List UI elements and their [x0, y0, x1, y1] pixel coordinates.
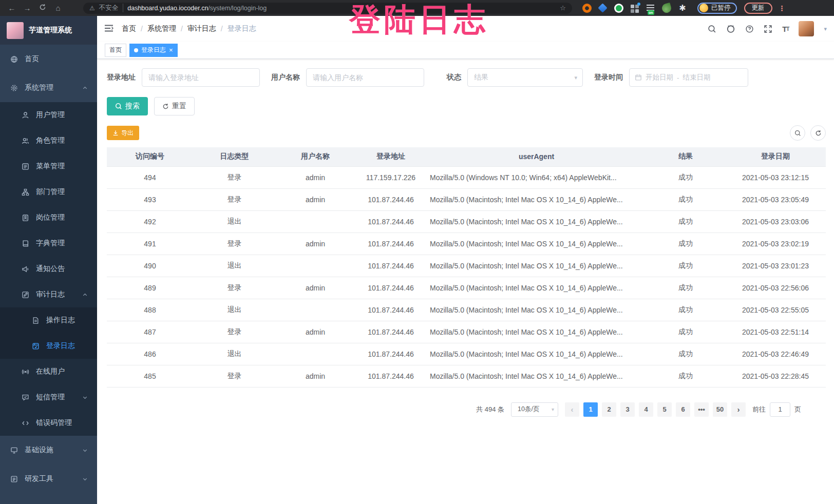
- range-separator: -: [677, 74, 679, 82]
- page-button-5[interactable]: 5: [657, 402, 672, 417]
- tag-login-log[interactable]: 登录日志 ×: [129, 44, 178, 57]
- sidebar-item-label: 通知公告: [36, 264, 65, 274]
- browser-home-icon[interactable]: ⌂: [51, 4, 65, 12]
- browser-reload-icon[interactable]: [36, 4, 49, 12]
- col-result: 结果: [646, 147, 725, 166]
- sidebar-item-infra[interactable]: 基础设施: [0, 436, 97, 464]
- page-button-2[interactable]: 2: [602, 402, 616, 417]
- end-date-placeholder: 结束日期: [683, 73, 711, 82]
- table-row: 485登录admin101.87.244.46Mozilla/5.0 (Maci…: [107, 365, 826, 387]
- avatar-caret-icon[interactable]: ▾: [824, 26, 827, 32]
- status-select[interactable]: 结果 ▾: [467, 68, 583, 87]
- address-input[interactable]: [142, 68, 260, 87]
- browser-forward-icon[interactable]: →: [21, 4, 34, 12]
- browser-back-icon[interactable]: ←: [5, 4, 18, 12]
- sidebar-item-label: 部门管理: [36, 187, 65, 197]
- profile-paused-pill[interactable]: 已暂停: [697, 3, 737, 14]
- logo-image: [7, 22, 24, 39]
- sidebar-item-label: 短信管理: [36, 393, 65, 402]
- refresh-table-button[interactable]: [810, 125, 826, 141]
- search-icon: [115, 103, 122, 110]
- extension-tabs-on-icon[interactable]: on: [646, 4, 655, 13]
- goto-page-input[interactable]: [770, 402, 790, 417]
- chevron-up-icon: [82, 85, 88, 91]
- extension-grid-icon[interactable]: [630, 4, 639, 13]
- user-avatar[interactable]: [799, 21, 814, 36]
- sidebar-item-error-code[interactable]: 错误码管理: [0, 410, 97, 436]
- github-icon[interactable]: [726, 24, 735, 33]
- code-icon: [22, 419, 29, 427]
- sidebar-item-label: 基础设施: [25, 445, 53, 455]
- hamburger-icon[interactable]: [104, 24, 113, 34]
- megaphone-icon: [22, 265, 29, 273]
- extension-green-circle-icon[interactable]: [614, 4, 623, 13]
- sidebar-item-online-users[interactable]: 在线用户: [0, 359, 97, 384]
- header-search-icon[interactable]: [708, 25, 716, 33]
- extension-strip: on ✱: [582, 4, 687, 13]
- reset-button[interactable]: 重置: [154, 97, 195, 115]
- username-input[interactable]: [306, 68, 424, 87]
- search-button[interactable]: 搜索: [107, 97, 148, 115]
- extensions-puzzle-icon[interactable]: ✱: [678, 4, 687, 13]
- sidebar-item-label: 研发工具: [25, 474, 53, 483]
- sidebar-item-posts[interactable]: 岗位管理: [0, 205, 97, 230]
- toggle-search-button[interactable]: [790, 125, 805, 141]
- more-pages-button[interactable]: •••: [694, 402, 709, 417]
- browser-menu-icon[interactable]: ⋮: [779, 4, 786, 12]
- bookmark-star-icon[interactable]: ☆: [560, 4, 566, 12]
- start-date-placeholder: 开始日期: [646, 73, 673, 82]
- sidebar-item-dict[interactable]: 字典管理: [0, 230, 97, 256]
- col-id: 访问编号: [107, 147, 193, 166]
- sidebar-item-dev-tools[interactable]: 研发工具: [0, 464, 97, 493]
- sidebar: 芋道管理系统 首页 系统管理 用户管理 角色管理 菜单管: [0, 16, 97, 504]
- address-bar[interactable]: ⚠ 不安全 dashboard.yudao.iocoder.cn/system/…: [83, 3, 572, 14]
- extension-leaf-icon[interactable]: [661, 2, 672, 13]
- chrome-update-button[interactable]: 更新: [744, 3, 772, 14]
- sidebar-item-sms[interactable]: 短信管理: [0, 384, 97, 410]
- page-button-1[interactable]: 1: [583, 402, 598, 417]
- tag-close-icon[interactable]: ×: [169, 47, 173, 53]
- next-page-button[interactable]: ›: [731, 402, 746, 417]
- sidebar-item-label: 菜单管理: [36, 162, 65, 171]
- page-size-select[interactable]: 10条/页 ▾: [511, 402, 558, 417]
- sidebar-item-operate-log[interactable]: 操作日志: [0, 307, 97, 333]
- table-row: 491登录admin101.87.244.46Mozilla/5.0 (Maci…: [107, 232, 826, 255]
- extension-diamond-icon[interactable]: [598, 4, 608, 13]
- sidebar-item-label: 登录日志: [46, 341, 75, 351]
- prev-page-button[interactable]: ‹: [565, 402, 579, 417]
- sidebar-item-login-log[interactable]: 登录日志: [0, 333, 97, 359]
- breadcrumb-system[interactable]: 系统管理: [147, 24, 176, 33]
- sidebar-item-label: 岗位管理: [36, 213, 65, 222]
- extension-orange-icon[interactable]: [582, 4, 592, 13]
- breadcrumb-home[interactable]: 首页: [122, 24, 136, 33]
- page-button-6[interactable]: 6: [676, 402, 690, 417]
- sidebar-item-depts[interactable]: 部门管理: [0, 179, 97, 205]
- address-label: 登录地址: [107, 73, 136, 82]
- browser-chrome: ← → ⌂ ⚠ 不安全 dashboard.yudao.iocoder.cn/s…: [0, 0, 834, 16]
- sidebar-item-system[interactable]: 系统管理: [0, 73, 97, 102]
- col-type: 日志类型: [193, 147, 276, 166]
- signal-icon: [22, 368, 29, 376]
- page-button-4[interactable]: 4: [639, 402, 653, 417]
- tag-home[interactable]: 首页: [105, 44, 126, 57]
- col-useragent: userAgent: [427, 147, 646, 166]
- col-user: 用户名称: [276, 147, 355, 166]
- breadcrumb-audit[interactable]: 审计日志: [187, 24, 216, 33]
- sidebar-item-notice[interactable]: 通知公告: [0, 256, 97, 282]
- export-button[interactable]: 导出: [107, 126, 139, 140]
- page-button-50[interactable]: 50: [713, 402, 727, 417]
- fullscreen-icon[interactable]: [764, 25, 772, 33]
- monitor-icon: [10, 447, 18, 454]
- calendar-icon: [635, 74, 642, 81]
- page-button-3[interactable]: 3: [620, 402, 635, 417]
- pagination: 共 494 条 10条/页 ▾ ‹ 1 2 3 4 5 6 ••• 50 ›: [107, 402, 801, 417]
- sidebar-item-audit-log[interactable]: 审计日志: [0, 282, 97, 307]
- help-icon[interactable]: [745, 25, 754, 33]
- sidebar-item-menus[interactable]: 菜单管理: [0, 153, 97, 179]
- sidebar-item-roles[interactable]: 角色管理: [0, 128, 97, 153]
- date-range-picker[interactable]: 开始日期 - 结束日期: [629, 68, 748, 87]
- table-row: 487登录admin101.87.244.46Mozilla/5.0 (Maci…: [107, 321, 826, 343]
- sidebar-item-home[interactable]: 首页: [0, 45, 97, 73]
- font-size-icon[interactable]: TT: [782, 25, 789, 33]
- sidebar-item-users[interactable]: 用户管理: [0, 102, 97, 128]
